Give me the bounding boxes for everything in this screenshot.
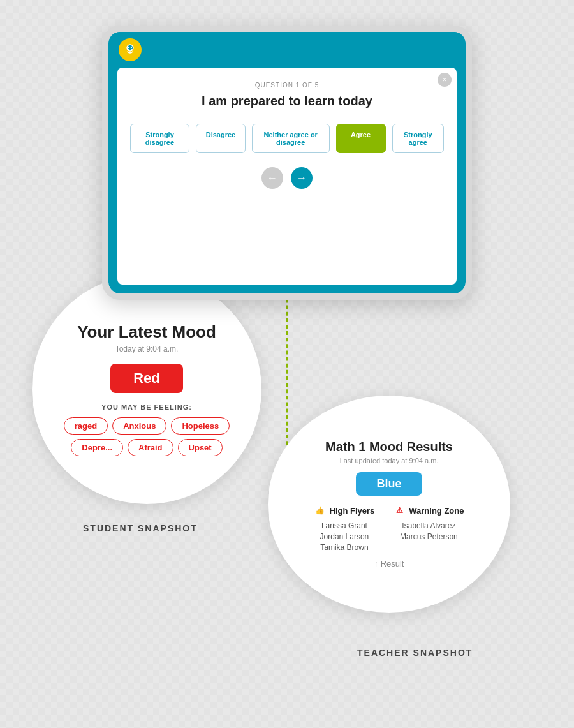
teacher-snapshot-label: TEACHER SNAPSHOT (357, 648, 473, 658)
answer-agree[interactable]: Agree (336, 124, 386, 153)
warning-zone-icon: ⚠ (394, 505, 405, 516)
warning-zone-header: ⚠ Warning Zone (394, 505, 464, 516)
answer-neither[interactable]: Neither agree or disagree (252, 124, 330, 153)
mood-card-subtitle: Today at 9:04 a.m. (115, 345, 179, 353)
prev-arrow-button[interactable]: ← (261, 167, 283, 189)
teacher-zones: 👍 High Flyers Larissa Grant Jordan Larso… (304, 505, 475, 554)
feeling-tag: Afraid (128, 439, 173, 456)
may-feeling-label: YOU MAY BE FEELING: (101, 403, 192, 411)
high-flyers-header: 👍 High Flyers (314, 505, 375, 516)
tablet-device: × QUESTION 1 OF 5 I am prepared to learn… (102, 26, 472, 300)
student-snapshot-label: STUDENT SNAPSHOT (83, 523, 198, 533)
warning-zone-column: ⚠ Warning Zone Isabella Alvarez Marcus P… (394, 505, 464, 554)
high-flyers-column: 👍 High Flyers Larissa Grant Jordan Larso… (314, 505, 375, 554)
teacher-mood-badge: Blue (356, 472, 422, 496)
feeling-tag: Hopeless (171, 417, 230, 435)
next-arrow-button[interactable]: → (291, 167, 313, 189)
svg-point-1 (128, 47, 129, 48)
question-counter: QUESTION 1 OF 5 (255, 82, 320, 89)
answer-disagree[interactable]: Disagree (196, 124, 246, 153)
high-flyer-1: Larissa Grant (321, 521, 367, 530)
warning-zone-label: Warning Zone (409, 506, 464, 516)
warning-student-1: Isabella Alvarez (402, 521, 455, 530)
high-flyers-label: High Flyers (330, 506, 375, 516)
nav-arrows: ← → (261, 167, 313, 189)
warning-student-2: Marcus Peterson (400, 532, 458, 541)
high-flyers-icon: 👍 (314, 505, 326, 516)
answer-options: Strongly disagree Disagree Neither agree… (130, 124, 444, 153)
teacher-mood-subtitle: Last updated today at 9:04 a.m. (340, 457, 439, 464)
feeling-tag: Anxious (112, 417, 166, 435)
teacher-mood-title: Math 1 Mood Results (325, 440, 453, 454)
answer-strongly-agree[interactable]: Strongly agree (392, 124, 444, 153)
question-text: I am prepared to learn today (202, 94, 372, 108)
close-button[interactable]: × (438, 73, 452, 87)
feeling-tags-container: raged Anxious Hopeless Depre... Afraid U… (45, 417, 249, 456)
feeling-tag: Upset (178, 439, 223, 456)
tablet-header (108, 32, 466, 61)
mood-color-badge: Red (110, 364, 183, 393)
student-snapshot-card: Your Latest Mood Today at 9:04 a.m. Red … (32, 274, 261, 504)
answer-strongly-disagree[interactable]: Strongly disagree (130, 124, 189, 153)
high-flyer-3: Tamika Brown (320, 543, 368, 552)
teacher-snapshot-card: Math 1 Mood Results Last updated today a… (268, 396, 510, 613)
poll-result-hint: ↑ Result (374, 559, 404, 568)
feeling-tag: Depre... (71, 439, 123, 456)
high-flyer-2: Jordan Larson (320, 532, 369, 541)
svg-point-2 (131, 47, 132, 48)
quiz-content: × QUESTION 1 OF 5 I am prepared to learn… (117, 68, 457, 285)
mood-card-title: Your Latest Mood (77, 322, 216, 342)
tablet-screen: × QUESTION 1 OF 5 I am prepared to learn… (108, 32, 466, 293)
app-logo (119, 38, 142, 61)
feeling-tag: raged (64, 417, 108, 435)
